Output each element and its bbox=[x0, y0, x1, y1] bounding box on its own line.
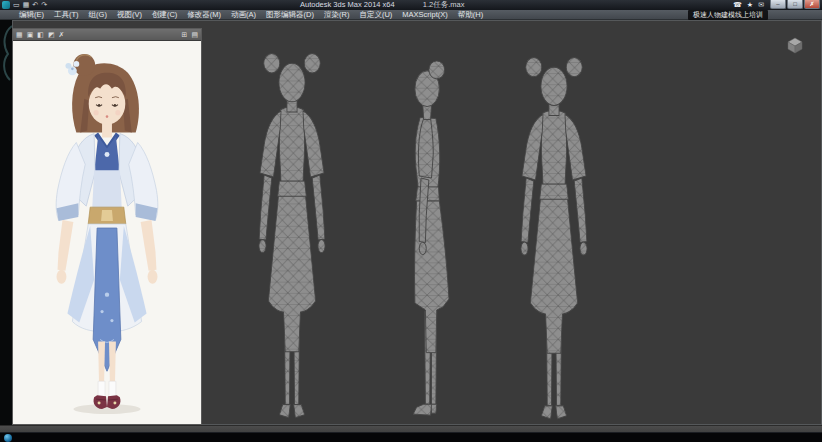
desktop-wallpaper-strip bbox=[0, 20, 12, 432]
screen: ▭ ▦ ↶ ↷ Autodesk 3ds Max 2014 x64 1.2任务.… bbox=[0, 0, 822, 442]
image-panel-toolbar: ▦ ▣ ◧ ◩ ✗ ⊞ ▤ bbox=[13, 29, 201, 41]
quick-access-toolbar: ▭ ▦ ↶ ↷ bbox=[2, 0, 47, 10]
menu-modifiers[interactable]: 修改器(M) bbox=[182, 10, 226, 20]
reference-image-panel[interactable]: ▦ ▣ ◧ ◩ ✗ ⊞ ▤ bbox=[12, 28, 202, 425]
infocenter-icons: ☎ ★ ✉ bbox=[733, 0, 764, 10]
character-face bbox=[88, 73, 126, 125]
wireframe-model-back[interactable] bbox=[495, 51, 613, 425]
phone-icon[interactable]: ☎ bbox=[733, 0, 742, 10]
menu-create[interactable]: 创建(C) bbox=[147, 10, 182, 20]
communication-icon[interactable]: ✉ bbox=[758, 0, 764, 10]
menu-maxscript[interactable]: MAXScript(X) bbox=[397, 10, 452, 20]
menu-views[interactable]: 视图(V) bbox=[112, 10, 147, 20]
start-button[interactable] bbox=[4, 434, 12, 442]
menu-edit[interactable]: 编辑(E) bbox=[14, 10, 49, 20]
ground-shadow bbox=[73, 404, 140, 414]
titlebar: ▭ ▦ ↶ ↷ Autodesk 3ds Max 2014 x64 1.2任务.… bbox=[0, 0, 822, 10]
close-button[interactable]: ✗ bbox=[804, 0, 820, 9]
menu-help[interactable]: 帮助(H) bbox=[453, 10, 488, 20]
menu-customize[interactable]: 自定义(U) bbox=[354, 10, 397, 20]
undo-icon[interactable]: ↶ bbox=[32, 0, 38, 10]
menu-group[interactable]: 组(G) bbox=[84, 10, 112, 20]
menu-graph-editors[interactable]: 图形编辑器(D) bbox=[261, 10, 319, 20]
file-name: 1.2任务.max bbox=[423, 0, 465, 9]
window-controls: – □ ✗ bbox=[770, 0, 820, 9]
window-title: Autodesk 3ds Max 2014 x64 1.2任务.max bbox=[300, 0, 464, 10]
grid-view-icon[interactable]: ⊞ bbox=[182, 29, 188, 41]
concept-art-image bbox=[13, 41, 201, 424]
favorites-icon[interactable]: ★ bbox=[747, 0, 753, 10]
open-file-icon[interactable]: ▭ bbox=[13, 0, 20, 10]
wireframe-model-front[interactable] bbox=[233, 47, 351, 425]
app-title: Autodesk 3ds Max 2014 x64 bbox=[300, 0, 395, 9]
maximize-button[interactable]: □ bbox=[787, 0, 803, 9]
menu-rendering[interactable]: 渲染(R) bbox=[319, 10, 354, 20]
recording-watermark: 极速人物建模线上培训 bbox=[688, 10, 768, 20]
wallpaper-flourish bbox=[0, 20, 12, 100]
taskbar[interactable] bbox=[0, 432, 822, 442]
layout-view-icon[interactable]: ▤ bbox=[191, 29, 198, 41]
status-bar bbox=[0, 425, 822, 432]
save-image-icon[interactable]: ▦ bbox=[16, 29, 23, 41]
clear-image-icon[interactable]: ✗ bbox=[59, 29, 65, 41]
color-channels-icon[interactable]: ◧ bbox=[37, 29, 44, 41]
save-file-icon[interactable]: ▦ bbox=[23, 0, 30, 10]
menu-animation[interactable]: 动画(A) bbox=[226, 10, 261, 20]
view-cube[interactable] bbox=[785, 35, 805, 55]
wireframe-model-side[interactable] bbox=[393, 55, 463, 425]
application-button[interactable] bbox=[2, 1, 10, 9]
redo-icon[interactable]: ↷ bbox=[41, 0, 47, 10]
menu-tools[interactable]: 工具(T) bbox=[49, 10, 84, 20]
clone-image-icon[interactable]: ▣ bbox=[27, 29, 34, 41]
minimize-button[interactable]: – bbox=[770, 0, 786, 9]
alpha-channel-icon[interactable]: ◩ bbox=[48, 29, 55, 41]
